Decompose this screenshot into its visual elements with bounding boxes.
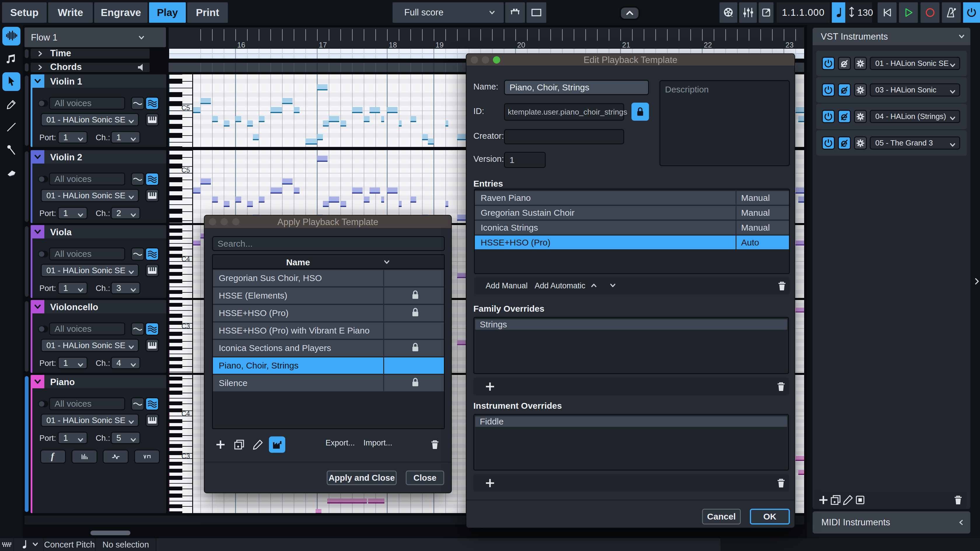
apply-close-button[interactable]: Close xyxy=(406,470,444,485)
vst-panel-header[interactable]: VST Instruments xyxy=(813,28,970,45)
track-piano-voices-toggle[interactable] xyxy=(38,400,48,407)
midi-note[interactable] xyxy=(387,107,398,113)
track-viola-instrument-select[interactable]: 01 - HALion Sonic SE xyxy=(41,264,139,277)
midi-note[interactable] xyxy=(381,116,384,122)
midi-note[interactable] xyxy=(316,509,321,513)
vst-instrument-select[interactable]: 03 - HALion Sonic xyxy=(870,83,960,97)
metronome-button[interactable] xyxy=(942,2,961,23)
midi-note[interactable] xyxy=(381,197,384,203)
track-violin-2-rail[interactable] xyxy=(25,151,29,222)
mode-tab-write[interactable]: Write xyxy=(48,2,93,23)
tool-pin-button[interactable] xyxy=(2,141,21,160)
apply-template-row[interactable]: Silence xyxy=(213,375,444,392)
midi-note[interactable] xyxy=(364,197,369,203)
panel-expander[interactable] xyxy=(974,278,980,286)
midi-note[interactable] xyxy=(212,116,218,122)
track-piano-instrument-select[interactable]: 01 - HALion Sonic SE xyxy=(41,414,139,427)
track-viola-voices-toggle[interactable] xyxy=(38,251,48,257)
playback-power-button[interactable] xyxy=(963,2,980,23)
vst-edit-button[interactable] xyxy=(838,110,851,123)
midi-note[interactable] xyxy=(422,134,428,140)
midi-note[interactable] xyxy=(340,201,346,207)
tool-cursor-button[interactable] xyxy=(2,72,21,91)
track-viola-port-select[interactable]: 1 xyxy=(58,282,88,294)
vst-power-button[interactable] xyxy=(822,110,835,123)
apply-search-input[interactable]: Search... xyxy=(212,236,445,251)
track-piano-rail[interactable] xyxy=(25,376,29,512)
video-button[interactable] xyxy=(719,2,737,23)
tempo-note-button[interactable] xyxy=(832,2,845,23)
midi-note[interactable] xyxy=(795,308,804,313)
midi-note[interactable] xyxy=(212,197,218,203)
mode-tab-print[interactable]: Print xyxy=(187,2,228,23)
layout-select[interactable]: Full score xyxy=(393,2,504,23)
tool-eraser-button[interactable] xyxy=(2,164,21,183)
midi-note[interactable] xyxy=(795,240,804,246)
apply-export-button[interactable]: Export... xyxy=(326,438,355,448)
apply-template-row[interactable]: HSSE+HSO (Pro) with Vibrant E Piano xyxy=(213,322,444,339)
play-button[interactable] xyxy=(899,2,918,23)
track-violoncello-multiwave-button[interactable] xyxy=(145,322,159,335)
track-piano-keyboard-button[interactable] xyxy=(146,414,159,427)
edit-name-input[interactable]: Piano, Choir, Strings xyxy=(504,80,649,95)
instrument-overrides-delete-button[interactable] xyxy=(775,477,787,489)
midi-note[interactable] xyxy=(270,107,282,113)
track-violin-2-multiwave-button[interactable] xyxy=(145,173,159,186)
apply-template-row[interactable]: HSSE+HSO (Pro) xyxy=(213,305,444,322)
add-automatic-button[interactable]: Add Automatic xyxy=(535,281,585,291)
time-handle[interactable] xyxy=(25,49,29,58)
track-piano-collapse[interactable] xyxy=(30,375,45,388)
apply-template-row[interactable]: Piano, Choir, Strings xyxy=(213,357,444,374)
track-piano-channel-select[interactable]: 5 xyxy=(111,432,140,444)
midi-note[interactable] xyxy=(352,187,363,194)
family-overrides-row[interactable]: Strings xyxy=(475,319,787,330)
track-violoncello-voices-input[interactable]: All voices xyxy=(49,322,125,335)
midi-note[interactable] xyxy=(282,178,293,184)
vst-edit-button[interactable] xyxy=(838,83,851,97)
track-viola-multiwave-button[interactable] xyxy=(145,248,159,260)
chords-handle[interactable] xyxy=(25,63,29,71)
track-violin-1-port-select[interactable]: 1 xyxy=(58,131,88,143)
instrument-overrides-add-button[interactable] xyxy=(484,477,496,489)
vst-instrument-select[interactable]: 05 - The Grand 3 xyxy=(870,137,960,149)
midi-note[interactable] xyxy=(798,470,804,475)
track-violoncello-wave-button[interactable] xyxy=(131,322,145,335)
vst-delete-button[interactable] xyxy=(952,494,964,506)
chords-row[interactable]: Chords xyxy=(30,63,150,72)
midi-note[interactable] xyxy=(445,201,448,207)
midi-note[interactable] xyxy=(352,107,363,113)
midi-note[interactable] xyxy=(294,107,299,113)
toolbar-collapse-button[interactable] xyxy=(619,6,640,20)
midi-note[interactable] xyxy=(798,116,804,122)
track-violoncello-header[interactable]: Violoncello xyxy=(30,300,166,313)
family-overrides-delete-button[interactable] xyxy=(775,381,787,393)
track-violin-2-collapse[interactable] xyxy=(30,150,45,164)
track-violin-2-port-select[interactable]: 1 xyxy=(58,207,88,219)
mixer-button[interactable] xyxy=(739,2,757,23)
entries-row[interactable]: Raven PianoManual xyxy=(475,191,789,205)
midi-note[interactable] xyxy=(369,187,380,194)
midi-note[interactable] xyxy=(224,121,229,127)
track-violoncello-channel-select[interactable]: 4 xyxy=(111,357,140,369)
midi-note[interactable] xyxy=(317,134,323,140)
track-piano-multiwave-button[interactable] xyxy=(145,397,159,410)
move-down-button[interactable] xyxy=(609,282,616,290)
vst-freeze-button[interactable] xyxy=(854,494,866,506)
track-piano-techniques-button[interactable] xyxy=(134,449,160,464)
status-rhythm-grid-select[interactable] xyxy=(14,538,43,551)
add-manual-button[interactable]: Add Manual xyxy=(485,281,528,291)
midi-note[interactable] xyxy=(193,107,200,113)
tool-line-button[interactable] xyxy=(2,118,21,137)
track-violin-1-voices-toggle[interactable] xyxy=(38,100,48,107)
midi-note[interactable] xyxy=(329,116,339,122)
track-piano-velocity-button[interactable] xyxy=(72,449,97,464)
vst-duplicate-button[interactable] xyxy=(829,494,842,506)
midi-note[interactable] xyxy=(368,499,384,503)
move-up-button[interactable] xyxy=(590,282,597,290)
edit-version-input[interactable]: 1 xyxy=(504,152,546,168)
midi-note[interactable] xyxy=(235,197,241,203)
vst-settings-button[interactable] xyxy=(854,110,867,123)
frame-view-button[interactable] xyxy=(527,2,546,23)
midi-note[interactable] xyxy=(798,197,804,203)
midi-note[interactable] xyxy=(193,187,200,194)
